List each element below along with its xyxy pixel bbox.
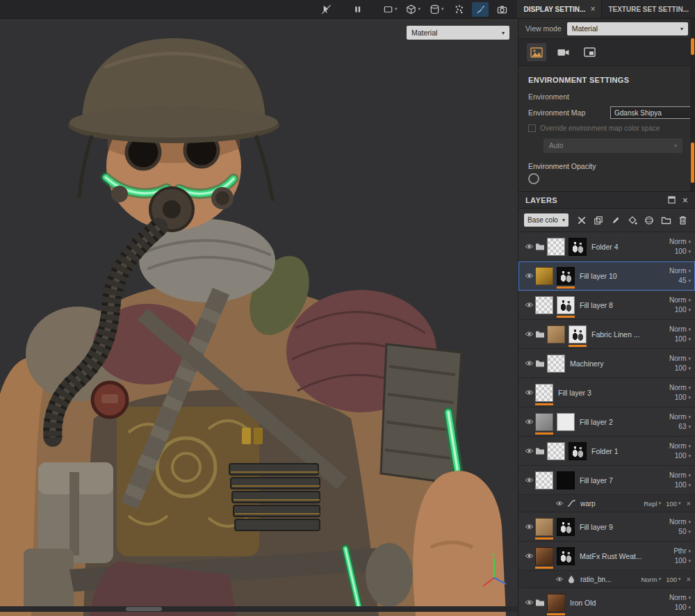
layer-name[interactable]: MatFx Rust Weat...: [580, 552, 656, 560]
environment-map-field[interactable]: Gdansk Shipya: [610, 106, 695, 119]
layer-thumbnail-mask-light[interactable]: [557, 296, 575, 314]
viewport-3d[interactable]: Material ▾ Y: [0, 19, 518, 616]
layer-blend-mode[interactable]: Norm ▾: [669, 442, 691, 450]
layer-row[interactable]: Fill layer 2 Norm ▾ 63 ▾: [518, 407, 695, 437]
settings-scrollbar-handle[interactable]: [691, 38, 694, 55]
layer-opacity[interactable]: 100 ▾: [675, 557, 691, 565]
layer-name[interactable]: Fill layer 10: [580, 272, 656, 280]
paint-brush-tool-button[interactable]: [472, 2, 489, 17]
layer-blend-mode[interactable]: Norm ▾: [669, 296, 691, 304]
layer-row[interactable]: Fill layer 8 Norm ▾ 100 ▾: [518, 291, 695, 320]
cube-tool-button[interactable]: ▾: [404, 2, 423, 17]
layer-opacity[interactable]: 50 ▾: [678, 528, 691, 535]
visibility-eye-icon[interactable]: [523, 243, 535, 250]
layer-row[interactable]: Fabric Linen ... Norm ▾ 100 ▾: [518, 320, 695, 349]
layer-row[interactable]: Fill layer 7 Norm ▾ 100 ▾: [518, 466, 695, 495]
close-panel-button[interactable]: ×: [682, 195, 688, 206]
camera-tool-button[interactable]: [493, 2, 510, 17]
layer-row[interactable]: Machinery Norm ▾ 100 ▾: [518, 349, 695, 378]
layer-row[interactable]: Fill layer 9 Norm ▾ 50 ▾: [518, 512, 695, 542]
add-folder-button[interactable]: [660, 214, 673, 227]
layer-blend-mode[interactable]: Norm ▾: [669, 384, 691, 391]
layer-thumbnail-gold[interactable]: [535, 267, 553, 285]
delete-layer-button[interactable]: [677, 214, 689, 227]
override-color-space-checkbox[interactable]: [528, 124, 536, 132]
settings-scrollbar[interactable]: [690, 19, 695, 191]
layer-blend-mode[interactable]: Norm ▾: [669, 518, 691, 526]
layer-thumbnail-mask-dark[interactable]: [557, 547, 575, 565]
layer-thumbnail-checker[interactable]: [547, 238, 565, 256]
tab-texture-set-settings[interactable]: TEXTURE SET SETTIN...: [601, 0, 695, 18]
layer-thumbnail-mask-light[interactable]: [569, 325, 587, 343]
layer-opacity[interactable]: 45 ▾: [678, 277, 691, 284]
channel-filter-dropdown[interactable]: Base colo ▾: [524, 213, 569, 227]
layer-thumbnail-checker[interactable]: [547, 442, 565, 460]
cylinder-tool-button[interactable]: ▾: [427, 2, 446, 17]
layer-thumbnail-mask-dark[interactable]: [557, 267, 575, 285]
environment-settings-tab-button[interactable]: [527, 43, 546, 61]
layer-name[interactable]: Fill layer 7: [580, 476, 656, 485]
view-mode-dropdown[interactable]: Material ▾: [567, 22, 688, 35]
add-paint-layer-button[interactable]: [610, 214, 622, 227]
layer-effect-row[interactable]: warp Repl ▾ 100 ▾ ×: [518, 495, 695, 512]
layer-name[interactable]: Fill layer 2: [580, 418, 656, 426]
layer-opacity[interactable]: 100 ▾: [675, 306, 691, 314]
layer-thumbnail-checker[interactable]: [535, 296, 553, 314]
layer-thumbnail-rust[interactable]: [547, 594, 565, 612]
effect-name[interactable]: ratio_bn...: [580, 576, 636, 583]
layer-thumbnail-tan[interactable]: [535, 518, 553, 536]
layer-row[interactable]: Fill layer 3 Norm ▾ 100 ▾: [518, 378, 695, 407]
layer-name[interactable]: Fabric Linen ...: [591, 330, 656, 339]
layer-blend-mode[interactable]: Norm ▾: [669, 267, 691, 275]
layer-name[interactable]: Fill layer 3: [558, 389, 656, 397]
visibility-eye-icon[interactable]: [523, 524, 535, 530]
pointer-disabled-tool-button[interactable]: [318, 2, 335, 17]
environment-opacity-knob[interactable]: [528, 173, 539, 184]
pause-tool-button[interactable]: [350, 2, 366, 17]
visibility-eye-icon[interactable]: [523, 477, 535, 483]
layer-blend-mode[interactable]: Pthr ▾: [673, 547, 691, 555]
visibility-eye-icon[interactable]: [523, 389, 535, 396]
settings-scrollbar-handle[interactable]: [691, 143, 694, 183]
layer-opacity[interactable]: 100 ▾: [675, 364, 691, 372]
visibility-eye-icon[interactable]: [523, 273, 535, 279]
layer-name[interactable]: Fill layer 8: [580, 301, 656, 309]
effect-opacity[interactable]: 100 ▾: [666, 576, 680, 583]
particles-tool-button[interactable]: [450, 2, 467, 17]
layer-thumbnail-gray[interactable]: [535, 413, 553, 431]
layer-blend-mode[interactable]: Norm ▾: [669, 594, 691, 601]
visibility-eye-icon[interactable]: [523, 448, 535, 454]
layer-opacity[interactable]: 100 ▾: [675, 248, 691, 255]
camera-settings-tab-button[interactable]: [553, 43, 573, 61]
layer-opacity[interactable]: 100 ▾: [675, 481, 691, 489]
visibility-eye-icon[interactable]: [553, 501, 566, 506]
layer-thumbnail-black[interactable]: [557, 471, 575, 489]
layer-thumbnail-rust[interactable]: [535, 547, 553, 565]
add-smart-material-button[interactable]: [643, 214, 655, 227]
layer-thumbnail-checker[interactable]: [535, 384, 553, 402]
layer-thumbnail-checker[interactable]: [547, 355, 565, 373]
layer-name[interactable]: Iron Old: [570, 599, 656, 607]
layer-row[interactable]: Folder 1 Norm ▾ 100 ▾: [518, 437, 695, 466]
layer-opacity[interactable]: 100 ▾: [675, 394, 691, 401]
layer-thumbnail-mask-dark[interactable]: [569, 442, 587, 460]
layer-opacity[interactable]: 100 ▾: [675, 603, 691, 611]
layer-thumbnail-mask-dark[interactable]: [557, 518, 575, 536]
effect-blend-mode[interactable]: Norm ▾: [641, 576, 661, 583]
display-settings-tab-button[interactable]: [580, 43, 599, 61]
layer-blend-mode[interactable]: Norm ▾: [669, 325, 691, 333]
effect-name[interactable]: warp: [580, 500, 639, 508]
layer-row[interactable]: Iron Old Norm ▾ 100 ▾: [518, 588, 695, 616]
visibility-eye-icon[interactable]: [523, 599, 535, 606]
visibility-eye-icon[interactable]: [523, 302, 535, 308]
layer-thumbnail-white[interactable]: [557, 413, 575, 431]
layer-blend-mode[interactable]: Norm ▾: [669, 238, 691, 245]
layer-name[interactable]: Fill layer 9: [580, 523, 656, 531]
layer-thumbnail-checker[interactable]: [535, 471, 553, 489]
layer-opacity[interactable]: 100 ▾: [675, 452, 691, 460]
undock-panel-button[interactable]: [668, 196, 676, 204]
layer-name[interactable]: Folder 4: [591, 243, 656, 251]
layer-thumbnail-mask-dark[interactable]: [569, 238, 587, 256]
layer-blend-mode[interactable]: Norm ▾: [669, 413, 691, 421]
layer-thumbnail-tan[interactable]: [547, 325, 565, 343]
